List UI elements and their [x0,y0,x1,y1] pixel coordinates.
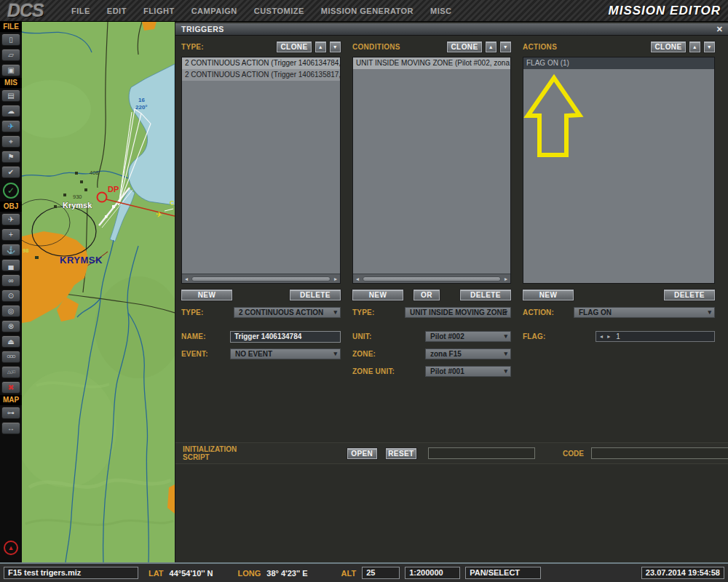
airplane-group-icon[interactable]: ✈ [1,213,20,226]
conditions-list-hscrollbar[interactable]: ◂ ▸ [353,274,510,283]
menu-customize[interactable]: CUSTOMIZE [254,7,304,15]
type-delete-button[interactable]: DELETE [290,290,341,300]
map-town-label: Krymsk [63,201,92,210]
type-column-header: TYPE: [181,43,204,51]
map-key-icon[interactable]: ⊶ [1,407,20,419]
name-field-label: NAME: [181,332,230,340]
menu-edit[interactable]: EDIT [107,7,127,15]
zone-unit-dropdown[interactable]: Pilot #001 [425,366,511,377]
menu-bar: DCS FILE EDIT FLIGHT CAMPAIGN CUSTOMIZE … [0,0,728,22]
condition-type-dropdown[interactable]: UNIT INSIDE MOVING ZONE [405,307,511,318]
trigger-name-input[interactable] [230,331,341,343]
flag-field-label: FLAG: [523,332,596,340]
target-point-icon[interactable]: ⌖ [1,135,20,148]
actions-delete-button[interactable]: DELETE [664,290,715,300]
train-group-icon[interactable]: ∞ [1,274,20,287]
actions-move-up-icon[interactable]: ▲ [689,41,700,52]
actions-list[interactable]: FLAG ON (1) [523,57,715,284]
save-mission-icon[interactable]: ▣ [1,64,20,76]
actions-clone-button[interactable]: CLONE [651,41,686,52]
conditions-new-button[interactable]: NEW [352,290,403,300]
scroll-thumb[interactable] [191,276,331,282]
zone-dropdown[interactable]: zona F15 [425,348,511,359]
eject-icon[interactable]: ▲ [4,541,18,555]
close-icon[interactable]: ✕ [716,25,723,34]
menu-mission-generator[interactable]: MISSION GENERATOR [321,7,414,15]
scroll-left-icon[interactable]: ◂ [182,276,191,282]
script-path-input[interactable] [428,447,535,459]
map-canvas: 16 220° 408 930 98 Krymsk KRYMSK DP ✈ C [22,22,175,562]
conditions-delete-button[interactable]: DELETE [460,290,511,300]
menu-campaign[interactable]: CAMPAIGN [191,7,237,15]
cursor-mode[interactable]: PAN/SELECT [465,567,541,579]
scroll-left-icon[interactable]: ◂ [353,276,362,282]
map-city-label: KRYMSK [60,255,103,266]
init-script-label: INITIALIZATION SCRIPT [183,445,253,461]
type-move-down-icon[interactable]: ▼ [330,41,341,52]
type-move-up-icon[interactable]: ▲ [315,41,326,52]
panel-titlebar[interactable]: TRIGGERS ✕ [175,23,728,36]
map-ruler-icon[interactable]: ↔ [1,422,20,434]
code-input[interactable] [591,447,728,459]
triggers-panel: TRIGGERS ✕ TYPE: CLONE ▲ ▼ 2 CONTINUOUS … [175,22,728,562]
farp-icon[interactable]: ⏏ [1,335,20,348]
conditions-list-item[interactable]: UNIT INSIDE MOVING ZONE (Pilot #002, zon… [353,57,510,69]
open-mission-icon[interactable]: ▱ [1,49,20,61]
menu-file[interactable]: FILE [71,7,90,15]
menu-flight[interactable]: FLIGHT [143,7,175,15]
type-list[interactable]: 2 CONTINUOUS ACTION (Trigger 1406134784,… [181,57,341,284]
type-clone-button[interactable]: CLONE [277,41,312,52]
scroll-right-icon[interactable]: ▸ [331,276,340,282]
actions-move-down-icon[interactable]: ▼ [704,41,715,52]
zone-icon[interactable]: ⊗ [1,320,20,332]
unit-dropdown[interactable]: Pilot #002 [425,331,511,342]
validate-icon[interactable]: ✓ [3,183,19,199]
flag-value: 1 [616,332,620,340]
event-dropdown[interactable]: NO EVENT [230,348,341,359]
condition-type-label: TYPE: [352,308,405,316]
conditions-move-down-icon[interactable]: ▼ [500,41,511,52]
static-object-icon[interactable]: ⊙ [1,290,20,302]
type-dropdown[interactable]: 2 CONTINUOUS ACTION [234,307,341,318]
goals-icon[interactable]: ✔ [1,166,20,178]
map-viewport[interactable]: 16 220° 408 930 98 Krymsk KRYMSK DP ✈ C [22,22,175,562]
template-group-icon[interactable]: ΟΟΟ [1,351,20,363]
triggers-icon[interactable]: ⚑ [1,151,20,163]
helicopter-group-icon[interactable]: + [1,228,20,241]
briefing-icon[interactable]: ▤ [1,89,20,102]
unit-field-label: UNIT: [352,332,425,340]
type-list-hscrollbar[interactable]: ◂ ▸ [182,274,340,283]
aircraft-route-icon[interactable]: ✈ [1,120,20,132]
ship-group-icon[interactable]: ⚓ [1,244,20,256]
conditions-list[interactable]: UNIT INSIDE MOVING ZONE (Pilot #002, zon… [352,57,511,284]
type-list-item[interactable]: 2 CONTINUOUS ACTION (Trigger 1406134784,… [182,57,340,69]
weather-icon[interactable]: ☁ [1,105,20,117]
action-field-label: ACTION: [523,308,574,316]
alt-value: 25 [362,567,400,579]
conditions-column-header: CONDITIONS [352,43,400,51]
flag-spinner[interactable]: ◂ ▸ 1 [596,331,715,342]
action-dropdown[interactable]: FLAG ON [574,307,715,318]
code-label: CODE [563,450,584,458]
open-script-button[interactable]: OPEN [347,448,377,459]
actions-new-button[interactable]: NEW [523,290,574,300]
conditions-or-button[interactable]: OR [414,290,440,300]
spinner-arrows-icon[interactable]: ◂ ▸ [600,333,612,340]
shapes-icon[interactable]: △◇□ [1,366,20,378]
type-list-item[interactable]: 2 CONTINUOUS ACTION (Trigger 1406135817,… [182,69,340,81]
type-new-button[interactable]: NEW [181,290,232,300]
scroll-thumb[interactable] [363,276,501,282]
menu-misc[interactable]: MISC [430,7,452,15]
conditions-clone-button[interactable]: CLONE [447,41,482,52]
map-scale[interactable]: 1:200000 [405,567,460,579]
lat-value: 44°54'10'' N [170,569,213,578]
vehicle-group-icon[interactable]: ▄ [1,259,20,271]
reset-script-button[interactable]: RESET [386,448,416,459]
actions-list-item[interactable]: FLAG ON (1) [523,57,714,69]
scroll-right-icon[interactable]: ▸ [502,276,510,282]
new-mission-icon[interactable]: ▯ [1,33,20,46]
section-label-map: MAP [0,395,22,405]
bullseye-icon[interactable]: ◎ [1,305,20,317]
conditions-move-up-icon[interactable]: ▲ [486,41,496,52]
erase-icon[interactable]: ✖ [1,381,20,394]
